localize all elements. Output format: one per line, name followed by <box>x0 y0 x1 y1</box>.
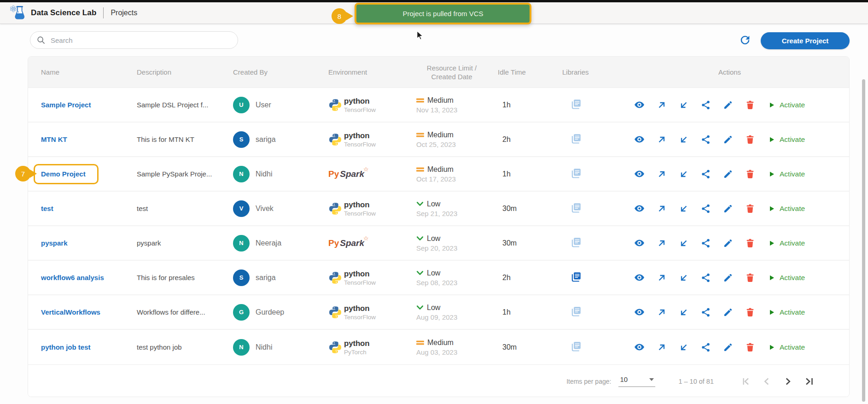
pagination-range: 1 – 10 of 81 <box>678 378 714 385</box>
view-eye-icon[interactable] <box>634 203 645 214</box>
libraries-icon[interactable] <box>570 271 582 283</box>
view-eye-icon[interactable] <box>634 134 645 145</box>
view-eye-icon[interactable] <box>634 169 645 179</box>
edit-pencil-icon[interactable] <box>723 307 733 317</box>
libraries-icon[interactable] <box>570 236 582 248</box>
refresh-button[interactable] <box>738 34 752 47</box>
activate-button[interactable]: Activate <box>768 239 805 247</box>
share-icon[interactable] <box>701 342 711 352</box>
project-name-link[interactable]: python job test <box>41 343 91 351</box>
libraries-icon[interactable] <box>570 98 582 110</box>
first-page-button[interactable] <box>740 375 751 387</box>
scrollbar[interactable] <box>862 79 865 402</box>
medium-level-icon <box>416 132 424 138</box>
arrow-up-right-icon[interactable] <box>657 342 667 352</box>
python-icon <box>328 202 342 216</box>
arrow-up-right-icon[interactable] <box>657 204 667 214</box>
activate-button[interactable]: Activate <box>768 205 805 213</box>
view-eye-icon[interactable] <box>634 342 645 352</box>
delete-trash-icon[interactable] <box>745 342 755 352</box>
activate-button[interactable]: Activate <box>768 274 805 282</box>
delete-trash-icon[interactable] <box>745 307 755 317</box>
arrow-down-left-icon[interactable] <box>679 135 689 145</box>
edit-pencil-icon[interactable] <box>723 238 733 248</box>
share-icon[interactable] <box>701 273 711 283</box>
column-actions: Actions <box>623 68 836 76</box>
share-icon[interactable] <box>701 100 711 110</box>
environment-framework: TensorFlow <box>344 314 376 321</box>
previous-page-button[interactable] <box>761 375 773 387</box>
activate-button[interactable]: Activate <box>768 170 805 178</box>
view-eye-icon[interactable] <box>634 272 645 283</box>
activate-button[interactable]: Activate <box>768 308 805 316</box>
view-eye-icon[interactable] <box>634 238 645 248</box>
libraries-icon[interactable] <box>570 305 582 317</box>
project-name-link[interactable]: workflow6 analysis <box>41 274 104 281</box>
creator-name: User <box>256 101 271 109</box>
arrow-up-right-icon[interactable] <box>657 273 667 283</box>
search-box[interactable] <box>30 31 238 49</box>
activate-label: Activate <box>780 135 805 144</box>
activate-button[interactable]: Activate <box>768 101 805 109</box>
project-name-link[interactable]: Sample Project <box>41 101 91 109</box>
arrow-up-right-icon[interactable] <box>657 135 667 145</box>
python-logo: python TensorFlow <box>328 269 406 286</box>
arrow-up-right-icon[interactable] <box>657 169 667 179</box>
activate-button[interactable]: Activate <box>768 343 805 351</box>
libraries-icon[interactable] <box>570 133 582 145</box>
arrow-up-right-icon[interactable] <box>657 307 667 317</box>
items-per-page-select[interactable]: 10 <box>618 375 655 387</box>
share-icon[interactable] <box>701 307 711 317</box>
idle-time: 1h <box>498 170 562 178</box>
table-row: MTN KT This is for MTN KT S sariga pytho… <box>28 123 849 157</box>
edit-pencil-icon[interactable] <box>723 204 733 214</box>
edit-pencil-icon[interactable] <box>723 135 733 145</box>
edit-pencil-icon[interactable] <box>723 100 733 110</box>
project-name-link[interactable]: MTN KT <box>41 135 67 143</box>
delete-trash-icon[interactable] <box>745 135 755 145</box>
arrow-up-right-icon[interactable] <box>657 238 667 248</box>
edit-pencil-icon[interactable] <box>723 342 733 352</box>
project-name-link[interactable]: VerticalWorkflows <box>41 308 100 316</box>
edit-pencil-icon[interactable] <box>723 169 733 179</box>
annotation-badge-8: 8 <box>332 8 347 24</box>
idle-time: 30m <box>498 205 562 213</box>
creator-avatar: U <box>233 97 250 113</box>
toast-notification: Project is pulled from VCS <box>355 3 531 24</box>
project-name-link[interactable]: pyspark <box>41 239 68 247</box>
arrow-down-left-icon[interactable] <box>679 204 689 214</box>
libraries-icon[interactable] <box>570 202 582 214</box>
last-page-button[interactable] <box>803 375 815 387</box>
column-libraries: Libraries <box>562 68 623 76</box>
arrow-down-left-icon[interactable] <box>679 169 689 179</box>
share-icon[interactable] <box>701 135 711 145</box>
share-icon[interactable] <box>701 169 711 179</box>
arrow-down-left-icon[interactable] <box>679 238 689 248</box>
search-input[interactable] <box>50 36 232 45</box>
delete-trash-icon[interactable] <box>745 273 755 283</box>
header-divider <box>103 7 104 18</box>
view-eye-icon[interactable] <box>634 100 645 110</box>
libraries-icon[interactable] <box>570 167 582 179</box>
arrow-down-left-icon[interactable] <box>679 273 689 283</box>
delete-trash-icon[interactable] <box>745 100 755 110</box>
arrow-down-left-icon[interactable] <box>679 342 689 352</box>
delete-trash-icon[interactable] <box>745 169 755 179</box>
arrow-down-left-icon[interactable] <box>679 307 689 317</box>
low-level-icon <box>416 236 424 241</box>
arrow-up-right-icon[interactable] <box>657 100 667 110</box>
libraries-icon[interactable] <box>570 340 582 352</box>
view-eye-icon[interactable] <box>634 307 645 317</box>
arrow-down-left-icon[interactable] <box>679 100 689 110</box>
create-project-button[interactable]: Create Project <box>761 32 850 49</box>
next-page-button[interactable] <box>782 375 794 387</box>
created-date: Oct 25, 2023 <box>416 141 498 148</box>
resource-level: Low <box>427 304 440 312</box>
delete-trash-icon[interactable] <box>745 238 755 248</box>
edit-pencil-icon[interactable] <box>723 273 733 283</box>
share-icon[interactable] <box>701 238 711 248</box>
delete-trash-icon[interactable] <box>745 204 755 214</box>
share-icon[interactable] <box>701 204 711 214</box>
activate-button[interactable]: Activate <box>768 135 805 144</box>
project-name-link[interactable]: test <box>41 205 53 212</box>
